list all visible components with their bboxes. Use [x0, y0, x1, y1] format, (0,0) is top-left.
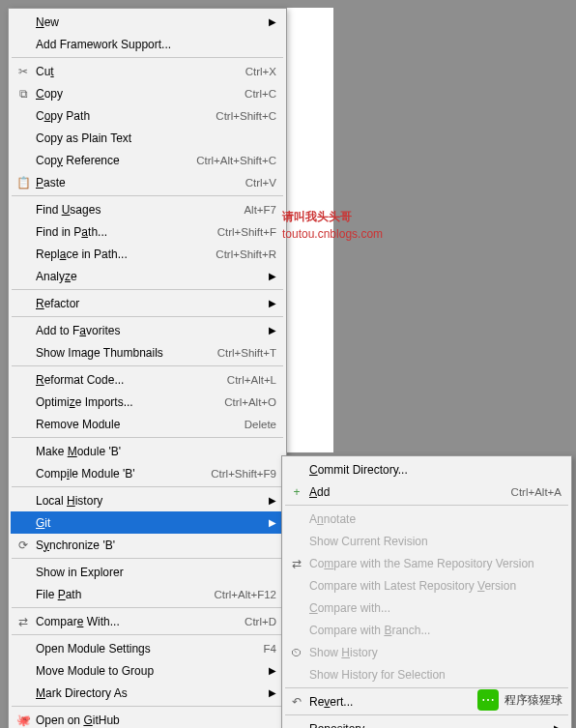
menu-separator	[285, 505, 568, 506]
menu-item[interactable]: File PathCtrl+Alt+F12	[11, 583, 284, 605]
menu-item-label: Open on GitHub	[36, 713, 276, 727]
submenu-arrow-icon: ▶	[269, 271, 276, 281]
menu-item-icon: 🐙	[14, 713, 32, 728]
submenu-arrow-icon: ▶	[554, 723, 562, 728]
menu-item-label: Copy Path	[36, 109, 204, 123]
menu-item[interactable]: Analyze▶	[11, 265, 284, 287]
watermark-line2: toutou.cnblogs.com	[282, 225, 383, 243]
menu-item-label: Reformat Code...	[36, 373, 216, 387]
menu-item-shortcut: F4	[264, 643, 276, 655]
icon-spacer	[14, 37, 32, 52]
footer-logo: ⋯ 程序猿猩球	[477, 689, 562, 711]
menu-item-label: Repository	[309, 722, 546, 729]
menu-item-label: Show Current Revision	[309, 535, 562, 548]
menu-item[interactable]: Copy ReferenceCtrl+Alt+Shift+C	[11, 149, 284, 171]
submenu-arrow-icon: ▶	[269, 495, 276, 506]
icon-spacer	[14, 15, 32, 30]
menu-item-icon: ✂	[14, 64, 32, 79]
icon-spacer	[14, 641, 32, 656]
menu-item-label: Analyze	[36, 270, 261, 283]
menu-item: Show Current Revision	[284, 530, 569, 552]
menu-item-label: Compare with Latest Repository Version	[309, 579, 562, 593]
menu-separator	[285, 687, 568, 688]
icon-spacer	[288, 511, 305, 527]
menu-item: ⇄Compare with the Same Repository Versio…	[284, 552, 569, 574]
menu-item-shortcut: Ctrl+Shift+T	[217, 347, 276, 359]
menu-item[interactable]: New▶	[11, 11, 284, 33]
icon-spacer	[14, 663, 32, 679]
menu-item: Show History for Selection	[284, 663, 569, 685]
menu-item-shortcut: Ctrl+Alt+O	[224, 396, 276, 408]
menu-item-shortcut: Delete	[245, 419, 276, 430]
menu-item[interactable]: Local History▶	[11, 489, 284, 511]
submenu-arrow-icon: ▶	[269, 665, 276, 676]
menu-item[interactable]: Replace in Path...Ctrl+Shift+R	[11, 243, 284, 265]
icon-spacer	[288, 534, 305, 549]
menu-item-shortcut: Ctrl+Shift+F	[217, 226, 276, 238]
menu-item[interactable]: Copy as Plain Text	[11, 127, 284, 149]
menu-item[interactable]: Reformat Code...Ctrl+Alt+L	[11, 368, 284, 391]
menu-item-shortcut: Ctrl+Shift+R	[216, 248, 276, 260]
menu-item[interactable]: Show in Explorer	[11, 561, 284, 583]
menu-item[interactable]: ⇄Compare With...Ctrl+D	[11, 610, 284, 632]
icon-spacer	[14, 224, 32, 240]
footer-text: 程序猿猩球	[504, 692, 562, 709]
menu-item[interactable]: ⟳Synchronize 'B'	[11, 534, 284, 556]
menu-item-label: Add	[309, 485, 500, 499]
menu-item[interactable]: ⧉CopyCtrl+C	[11, 82, 284, 104]
icon-spacer	[288, 578, 305, 594]
icon-spacer	[14, 108, 32, 124]
icon-spacer	[14, 269, 32, 284]
menu-item[interactable]: Compile Module 'B'Ctrl+Shift+F9	[11, 462, 284, 484]
menu-item-label: Local History	[36, 494, 261, 508]
watermark: 请叫我头头哥 toutou.cnblogs.com	[282, 208, 383, 243]
menu-item-shortcut: Ctrl+D	[245, 616, 276, 627]
menu-item[interactable]: Remove ModuleDelete	[11, 413, 284, 435]
icon-spacer	[14, 131, 32, 146]
icon-spacer	[14, 372, 32, 388]
menu-item[interactable]: Find in Path...Ctrl+Shift+F	[11, 220, 284, 243]
menu-item[interactable]: Optimize Imports...Ctrl+Alt+O	[11, 391, 284, 413]
menu-separator	[12, 607, 283, 608]
menu-item[interactable]: Find UsagesAlt+F7	[11, 198, 284, 220]
menu-item[interactable]: 🐙Open on GitHub	[11, 709, 284, 728]
icon-spacer	[288, 462, 305, 478]
menu-item[interactable]: 📋PasteCtrl+V	[11, 171, 284, 193]
menu-item[interactable]: Copy PathCtrl+Shift+C	[11, 104, 284, 127]
menu-item[interactable]: Add to Favorites▶	[11, 319, 284, 341]
menu-item[interactable]: ✂CutCtrl+X	[11, 60, 284, 82]
menu-item-label: Remove Module	[36, 418, 233, 431]
menu-separator	[12, 57, 283, 58]
menu-item-label: Paste	[36, 176, 234, 189]
menu-item-label: Annotate	[309, 512, 562, 526]
submenu-arrow-icon: ▶	[269, 16, 276, 27]
menu-item-label: Show Image Thumbnails	[36, 346, 206, 360]
menu-item[interactable]: Make Module 'B'	[11, 440, 284, 462]
menu-item[interactable]: +AddCtrl+Alt+A	[284, 480, 569, 503]
menu-item: Annotate	[284, 508, 569, 530]
icon-spacer	[14, 466, 32, 481]
icon-spacer	[14, 515, 32, 531]
icon-spacer	[14, 202, 32, 218]
icon-spacer	[288, 667, 305, 683]
menu-item-label: Compare with...	[309, 601, 562, 615]
menu-item-label: Compile Module 'B'	[36, 467, 199, 480]
menu-item[interactable]: Git▶	[11, 511, 284, 534]
menu-item-icon: ⧉	[14, 86, 32, 102]
menu-item[interactable]: Open Module SettingsF4	[11, 637, 284, 659]
menu-item[interactable]: Add Framework Support...	[11, 33, 284, 55]
menu-item-shortcut: Ctrl+Shift+C	[216, 110, 276, 122]
menu-item[interactable]: Mark Directory As▶	[11, 682, 284, 704]
menu-item[interactable]: Show Image ThumbnailsCtrl+Shift+T	[11, 341, 284, 364]
menu-item-shortcut: Ctrl+Shift+F9	[211, 468, 276, 480]
watermark-line1: 请叫我头头哥	[282, 208, 383, 225]
menu-item[interactable]: Move Module to Group▶	[11, 659, 284, 682]
menu-item[interactable]: Refactor▶	[11, 292, 284, 314]
menu-item-label: Compare with Branch...	[309, 624, 562, 637]
submenu-arrow-icon: ▶	[269, 517, 276, 528]
menu-item-label: Show History	[309, 646, 562, 659]
icon-spacer	[14, 444, 32, 459]
menu-item[interactable]: Repository▶	[284, 717, 569, 728]
menu-item[interactable]: Commit Directory...	[284, 458, 569, 480]
menu-item-shortcut: Ctrl+Alt+L	[227, 374, 276, 386]
